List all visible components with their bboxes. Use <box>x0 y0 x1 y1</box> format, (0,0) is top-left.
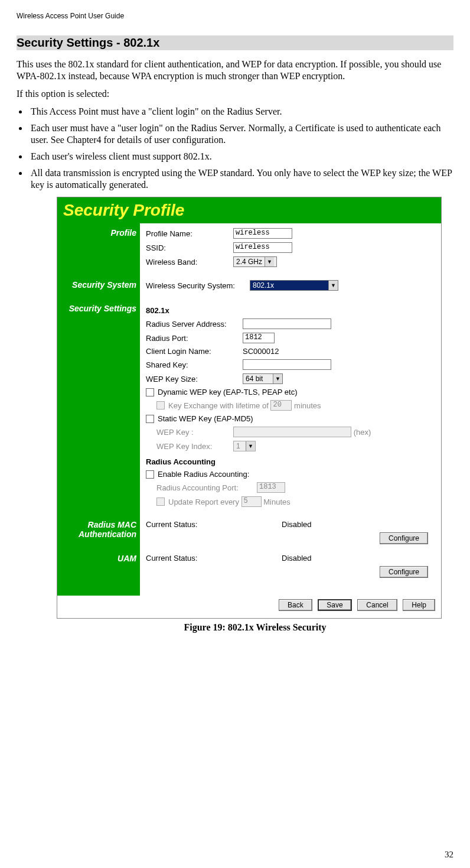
static-wep-checkbox[interactable] <box>146 415 154 423</box>
band-select-value: 2.4 GHz <box>236 258 262 266</box>
radius-address-input[interactable] <box>243 318 331 329</box>
key-exchange-checkbox[interactable] <box>156 401 165 409</box>
uam-configure-button[interactable]: Configure <box>380 566 428 578</box>
static-wep-label: Static WEP Key (EAP-MD5) <box>158 414 253 423</box>
chevron-down-icon: ▼ <box>273 374 282 383</box>
back-button[interactable]: Back <box>279 599 312 611</box>
profile-name-label: Profile Name: <box>146 229 233 238</box>
key-exchange-label-post: minutes <box>294 401 321 410</box>
enable-radius-accounting-checkbox[interactable] <box>146 470 154 479</box>
bullet-item: Each user must have a "user login" on th… <box>28 122 453 146</box>
ssid-label: SSID: <box>146 243 233 252</box>
wep-key-index-value: 1 <box>236 442 240 450</box>
key-exchange-label-pre: Key Exchange with lifetime of <box>168 401 269 410</box>
update-report-input[interactable]: 5 <box>241 496 262 507</box>
chevron-down-icon: ▼ <box>265 257 274 266</box>
chevron-down-icon: ▼ <box>328 281 338 290</box>
figure-screenshot: Security Profile Profile Profile Name: w… <box>57 197 453 633</box>
radius-accounting-heading: Radius Accounting <box>146 457 435 466</box>
bullet-item: Each user's wireless client must support… <box>28 151 453 162</box>
button-row: Back Save Cancel Help <box>57 596 441 618</box>
radius-accounting-port-input[interactable]: 1813 <box>257 482 285 493</box>
wep-key-hex-label: (hex) <box>354 428 371 437</box>
update-report-label-post: Minutes <box>263 498 291 506</box>
chevron-down-icon: ▼ <box>246 441 255 451</box>
wireless-security-system-label: Wireless Security System: <box>146 281 250 290</box>
settings-heading: 802.1x <box>146 306 435 315</box>
intro-paragraph: This uses the 802.1x standard for client… <box>17 58 453 82</box>
sidebar-label-uam: UAM <box>57 549 140 583</box>
section-title: Security Settings - 802.1x <box>17 35 453 50</box>
ssid-input[interactable]: wireless <box>233 242 292 253</box>
radius-port-input[interactable]: 1812 <box>243 333 275 343</box>
profile-name-input[interactable]: wireless <box>233 228 292 239</box>
bullet-list: This Access Point must have a "client lo… <box>17 106 453 191</box>
client-login-value: SC000012 <box>243 347 279 356</box>
bullet-item: This Access Point must have a "client lo… <box>28 106 453 118</box>
wireless-security-system-select[interactable]: 802.1x ▼ <box>250 280 338 291</box>
uam-status-label: Current Status: <box>146 554 282 563</box>
radius-mac-status-value: Disabled <box>282 520 312 529</box>
shared-key-label: Shared Key: <box>146 360 243 369</box>
radius-address-label: Radius Server Address: <box>146 320 243 329</box>
wep-key-index-select[interactable]: 1 ▼ <box>233 441 256 451</box>
uam-status-value: Disabled <box>282 554 312 563</box>
wep-key-input[interactable] <box>233 427 351 437</box>
radius-mac-status-label: Current Status: <box>146 520 282 529</box>
wireless-security-system-value: 802.1x <box>253 281 274 290</box>
sidebar-label-radius-mac: Radius MAC Authentication <box>57 515 140 549</box>
update-report-checkbox[interactable] <box>156 498 165 506</box>
bullet-item: All data transmission is encrypted using… <box>28 167 453 191</box>
save-button[interactable]: Save <box>318 599 351 611</box>
key-exchange-input[interactable]: 20 <box>270 400 292 411</box>
sidebar-label-profile: Profile <box>57 223 140 275</box>
sidebar-spacer <box>57 583 140 596</box>
help-button[interactable]: Help <box>403 599 435 611</box>
band-select[interactable]: 2.4 GHz ▼ <box>233 256 277 267</box>
lead-line: If this option is selected: <box>17 88 453 100</box>
sidebar-label-security-system: Security System <box>57 275 140 299</box>
enable-radius-accounting-label: Enable Radius Accounting: <box>158 470 249 479</box>
window-title: Security Profile <box>57 197 441 223</box>
wep-size-select[interactable]: 64 bit ▼ <box>243 373 283 384</box>
wep-size-label: WEP Key Size: <box>146 375 243 383</box>
dynamic-wep-label: Dynamic WEP key (EAP-TLS, PEAP etc) <box>158 388 297 396</box>
radius-port-label: Radius Port: <box>146 334 243 343</box>
client-login-label: Client Login Name: <box>146 347 243 356</box>
wep-size-value: 64 bit <box>246 375 263 383</box>
radius-accounting-port-label: Radius Accounting Port: <box>156 483 257 492</box>
dynamic-wep-checkbox[interactable] <box>146 388 154 396</box>
figure-caption: Figure 19: 802.1x Wireless Security <box>57 622 453 633</box>
security-profile-window: Security Profile Profile Profile Name: w… <box>57 197 442 619</box>
sidebar-label-security-settings: Security Settings <box>57 299 140 515</box>
wep-key-index-label: WEP Key Index: <box>156 442 233 451</box>
shared-key-input[interactable] <box>243 359 331 370</box>
cancel-button[interactable]: Cancel <box>357 599 397 611</box>
running-head: Wireless Access Point User Guide <box>17 12 453 20</box>
radius-mac-configure-button[interactable]: Configure <box>380 532 428 544</box>
band-label: Wireless Band: <box>146 258 233 266</box>
update-report-label-pre: Update Report every <box>168 498 239 506</box>
wep-key-label: WEP Key : <box>156 428 233 437</box>
